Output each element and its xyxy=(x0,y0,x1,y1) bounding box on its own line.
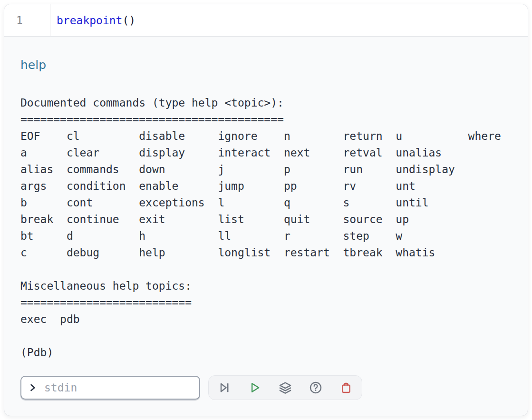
step-forward-button[interactable] xyxy=(218,381,231,394)
echoed-command: help xyxy=(20,58,518,73)
code-token-paren: () xyxy=(122,14,135,27)
help-button[interactable] xyxy=(309,381,322,394)
debugger-panel: 1 breakpoint() help Documented commands … xyxy=(4,4,528,416)
step-forward-icon xyxy=(218,381,231,394)
layers-icon xyxy=(279,381,292,394)
play-icon xyxy=(248,381,261,394)
clear-button[interactable] xyxy=(339,381,353,394)
run-button[interactable] xyxy=(248,381,261,394)
trash-icon xyxy=(339,381,353,394)
pdb-output-text: Documented commands (type help <topic>):… xyxy=(20,95,518,361)
chevron-right-icon xyxy=(28,383,38,392)
debug-toolbar xyxy=(208,375,362,400)
stdin-inputbox[interactable] xyxy=(20,376,200,400)
layers-button[interactable] xyxy=(279,381,292,394)
line-number: 1 xyxy=(16,14,23,27)
editor-gutter: 1 xyxy=(4,4,50,36)
code-token-builtin: breakpoint xyxy=(57,14,122,27)
help-circle-icon xyxy=(309,381,322,394)
editor-row: 1 breakpoint() xyxy=(4,4,528,37)
stdin-input[interactable] xyxy=(43,381,193,394)
code-line[interactable]: breakpoint() xyxy=(50,4,135,36)
console-output-area: help Documented commands (type help <top… xyxy=(4,37,528,400)
io-row xyxy=(20,375,518,400)
